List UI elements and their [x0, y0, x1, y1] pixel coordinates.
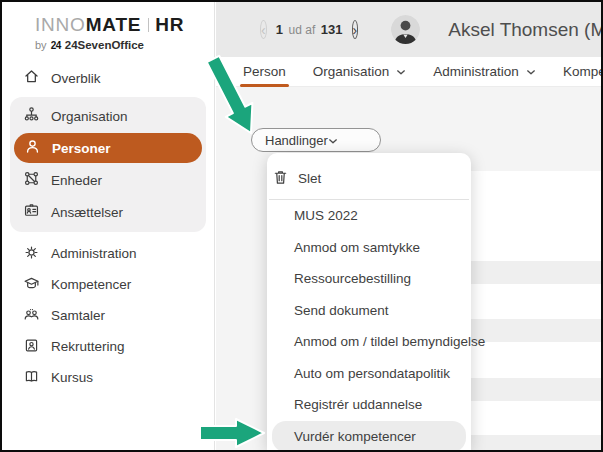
logo-wordmark: INNOMATEHR [35, 14, 214, 36]
menu-item-anmod-om-tildel-bemyndigelse[interactable]: Anmod om / tildel bemyndigelse [267, 326, 471, 358]
sidebar-group-personale: Organisation Personer Enheder Ansættelse… [10, 97, 206, 232]
graduation-cap-icon [23, 275, 40, 295]
tab-label: Administration [433, 64, 519, 79]
menu-item-label: Registrér uddannelse [294, 397, 422, 412]
logo-inno: INNO [35, 14, 86, 35]
gear-icon [23, 244, 40, 264]
24sevenoffice-logo-icon: 24 [51, 40, 61, 51]
chevron-right-icon: › [353, 23, 358, 37]
person-icon [24, 138, 41, 158]
app-window: INNOMATEHR by 24 24SevenOffice Overblik … [0, 0, 603, 452]
sidebar-item-label: Samtaler [51, 308, 105, 323]
sidebar-item-rekruttering[interactable]: Rekruttering [2, 331, 214, 362]
sidebar-item-administration[interactable]: Administration [2, 238, 214, 269]
network-nodes-icon [23, 170, 40, 190]
sidebar-lower: Administration Kompetencer Samtaler Rekr… [2, 238, 214, 393]
menu-item-label: Auto om persondatapolitik [294, 366, 450, 381]
top-bar: ‹ 1 ud af 131 › Aksel Thomsen (M [216, 2, 601, 57]
tab-administration[interactable]: Administration [433, 64, 536, 79]
id-card-icon [23, 202, 40, 222]
menu-item-vurder-kompetencer[interactable]: Vurdér kompetencer [272, 421, 466, 452]
pager-current: 1 [276, 22, 283, 37]
table-rows-preview [470, 171, 601, 450]
pager-total: 131 [321, 22, 343, 37]
pager-prev-button[interactable]: ‹ [260, 20, 267, 39]
main-area: ‹ 1 ud af 131 › Aksel Thomsen (M Person … [216, 2, 601, 450]
menu-item-registrer-uddannelse[interactable]: Registrér uddannelse [267, 389, 471, 421]
app-logo: INNOMATEHR by 24 24SevenOffice [2, 2, 214, 51]
menu-item-label: Anmod om / tildel bemyndigelse [294, 334, 485, 349]
sidebar-item-label: Kompetencer [51, 277, 131, 292]
menu-item-label: Send dokument [294, 303, 389, 318]
sidebar-item-label: Personer [52, 141, 111, 156]
sidebar-item-label: Overblik [51, 71, 101, 86]
sidebar-item-ansaettelser[interactable]: Ansættelser [10, 196, 206, 228]
sidebar-item-label: Enheder [51, 173, 102, 188]
sidebar-item-personer[interactable]: Personer [14, 133, 202, 163]
chevron-left-icon: ‹ [261, 23, 266, 37]
sidebar-item-kursus[interactable]: Kursus [2, 362, 214, 393]
logo-byline: by 24 24SevenOffice [35, 39, 214, 51]
sidebar-item-label: Organisation [51, 109, 128, 124]
tab-organisation[interactable]: Organisation [313, 64, 407, 79]
menu-item-ressourcebestilling[interactable]: Ressourcebestilling [267, 263, 471, 295]
menu-item-anmod-om-samtykke[interactable]: Anmod om samtykke [267, 232, 471, 264]
profile-avatar[interactable] [391, 15, 420, 44]
table-row [470, 261, 601, 284]
sidebar: INNOMATEHR by 24 24SevenOffice Overblik … [2, 2, 215, 450]
avatar-photo-icon [391, 15, 420, 44]
menu-item-send-dokument[interactable]: Send dokument [267, 295, 471, 327]
tab-kompetencer[interactable]: Kompetencer [563, 64, 603, 79]
menu-item-slet[interactable]: Slet [267, 157, 471, 199]
sidebar-item-label: Ansættelser [51, 205, 123, 220]
tab-label: Person [243, 64, 286, 79]
handlinger-button[interactable]: Handlinger [251, 128, 381, 152]
handlinger-button-label: Handlinger [265, 133, 328, 148]
logo-hr: HR [155, 14, 184, 35]
pager-position: 1 ud af 131 [276, 22, 343, 37]
table-row [470, 319, 601, 342]
sidebar-item-label: Administration [51, 246, 137, 261]
byline-by: by [35, 39, 47, 51]
sidebar-item-organisation[interactable]: Organisation [10, 100, 206, 132]
people-group-icon [23, 306, 40, 326]
menu-item-label: Slet [298, 171, 321, 186]
chevron-down-icon [526, 64, 536, 79]
chevron-down-icon [328, 133, 338, 148]
menu-item-label: Vurdér kompetencer [294, 429, 416, 444]
sidebar-item-label: Rekruttering [51, 339, 125, 354]
tab-label: Kompetencer [563, 64, 603, 79]
logo-mate: MATE [86, 14, 142, 35]
logo-separator [148, 18, 149, 32]
actions-dropdown-menu: Slet MUS 2022 Anmod om samtykke Ressourc… [267, 153, 471, 450]
table-row [470, 378, 601, 401]
tab-person[interactable]: Person [243, 64, 286, 79]
pager-next-button[interactable]: › [352, 20, 359, 39]
home-icon [23, 68, 40, 88]
tab-label: Organisation [313, 64, 390, 79]
sidebar-item-enheder[interactable]: Enheder [10, 164, 206, 196]
pager-of-text: ud af [287, 23, 318, 37]
tab-bar: Person Organisation Administration Kompe… [216, 57, 601, 87]
sidebar-item-samtaler[interactable]: Samtaler [2, 300, 214, 331]
byline-brand: 24SevenOffice [65, 39, 144, 51]
menu-item-auto-om-persondatapolitik[interactable]: Auto om persondatapolitik [267, 358, 471, 390]
sidebar-item-label: Kursus [51, 370, 93, 385]
menu-item-label: MUS 2022 [294, 208, 358, 223]
org-chart-icon [23, 106, 40, 126]
chevron-down-icon [396, 64, 406, 79]
page-title-person-name: Aksel Thomsen (M [448, 19, 603, 41]
photo-badge-icon [23, 337, 40, 357]
menu-item-mus-2022[interactable]: MUS 2022 [267, 200, 471, 232]
menu-item-label: Ressourcebestilling [294, 271, 411, 286]
trash-icon [273, 169, 288, 188]
sidebar-item-overblik[interactable]: Overblik [2, 63, 214, 93]
menu-item-label: Anmod om samtykke [294, 240, 420, 255]
table-row [470, 435, 601, 452]
sidebar-nav: Overblik Organisation Personer Enheder [2, 63, 214, 393]
sidebar-item-kompetencer[interactable]: Kompetencer [2, 269, 214, 300]
open-book-icon [23, 368, 40, 388]
